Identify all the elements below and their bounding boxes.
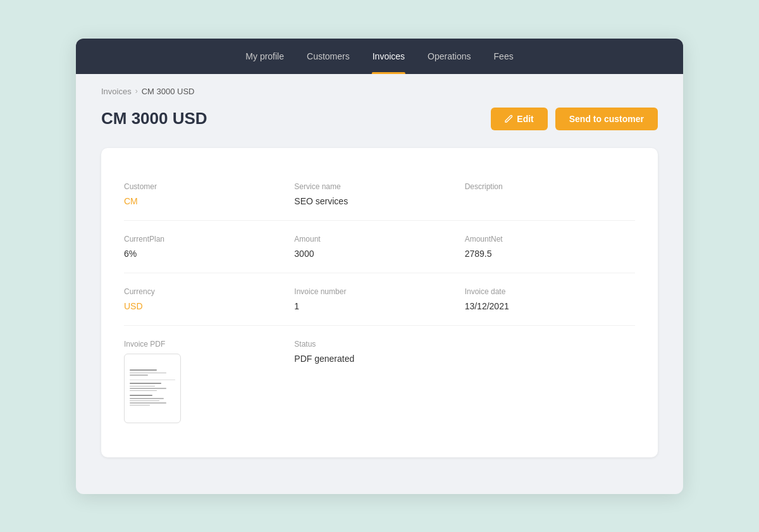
detail-card: CustomerCMService nameSEO servicesDescri… (101, 148, 658, 457)
page-title: CM 3000 USD (101, 109, 207, 128)
navigation: My profileCustomersInvoicesOperationsFee… (76, 39, 683, 74)
field-label-col3-0: Description (465, 182, 622, 191)
field-value-col1-1: 6% (124, 249, 281, 259)
field-label-col2-0: Service name (294, 182, 452, 191)
field-cell-col3-3 (465, 326, 635, 437)
field-cell-col2-2: Invoice number1 (294, 273, 464, 325)
field-cell-col3-1: AmountNet2789.5 (465, 221, 635, 273)
field-label-col3-1: AmountNet (465, 235, 622, 244)
nav-item-operations[interactable]: Operations (416, 39, 482, 74)
breadcrumb-invoices-link[interactable]: Invoices (101, 87, 132, 96)
field-value-col2-1: 3000 (294, 249, 452, 259)
field-value-col2-0: SEO services (294, 196, 452, 206)
field-label-col2-3: Status (294, 340, 452, 349)
field-cell-col1-1: CurrentPlan6% (124, 221, 294, 273)
app-window: My profileCustomersInvoicesOperationsFee… (76, 39, 683, 494)
nav-item-my-profile[interactable]: My profile (234, 39, 295, 74)
field-cell-col2-1: Amount3000 (294, 221, 464, 273)
content-area: Invoices › CM 3000 USD CM 3000 USD Edit … (76, 74, 683, 483)
field-cell-col3-0: Description (465, 168, 635, 220)
field-label-col1-1: CurrentPlan (124, 235, 281, 244)
field-value-col3-1: 2789.5 (465, 249, 622, 259)
field-value-col1-2[interactable]: USD (124, 301, 281, 311)
field-cell-col3-2: Invoice date13/12/2021 (465, 273, 635, 325)
edit-button[interactable]: Edit (491, 108, 547, 130)
field-cell-col1-0: CustomerCM (124, 168, 294, 220)
nav-item-fees[interactable]: Fees (483, 39, 525, 74)
fields-container: CustomerCMService nameSEO servicesDescri… (124, 168, 635, 437)
field-value-col2-2: 1 (294, 301, 452, 311)
field-value-col3-2: 13/12/2021 (465, 301, 622, 311)
field-cell-col2-3: StatusPDF generated (294, 326, 464, 437)
nav-items: My profileCustomersInvoicesOperationsFee… (234, 39, 524, 74)
send-to-customer-button[interactable]: Send to customer (555, 108, 658, 130)
page-header: CM 3000 USD Edit Send to customer (101, 108, 658, 130)
breadcrumb: Invoices › CM 3000 USD (101, 87, 658, 96)
field-cell-col2-0: Service nameSEO services (294, 168, 464, 220)
field-row-3: Invoice PDF (124, 326, 635, 437)
field-value-col2-3: PDF generated (294, 354, 452, 364)
header-actions: Edit Send to customer (491, 108, 658, 130)
field-label-col1-3: Invoice PDF (124, 340, 281, 349)
breadcrumb-separator: › (135, 87, 138, 96)
nav-item-customers[interactable]: Customers (295, 39, 361, 74)
field-label-col1-2: Currency (124, 287, 281, 296)
breadcrumb-current: CM 3000 USD (142, 87, 195, 96)
field-label-col2-2: Invoice number (294, 287, 452, 296)
nav-item-invoices[interactable]: Invoices (361, 39, 416, 74)
field-label-col2-1: Amount (294, 235, 452, 244)
pencil-icon (505, 114, 513, 123)
field-label-col3-2: Invoice date (465, 287, 622, 296)
field-row-2: CurrencyUSDInvoice number1Invoice date13… (124, 273, 635, 326)
pdf-thumbnail[interactable] (124, 354, 181, 423)
field-value-col1-0[interactable]: CM (124, 196, 281, 206)
field-row-0: CustomerCMService nameSEO servicesDescri… (124, 168, 635, 221)
field-cell-col1-3: Invoice PDF (124, 326, 294, 437)
field-label-col1-0: Customer (124, 182, 281, 191)
field-cell-col1-2: CurrencyUSD (124, 273, 294, 325)
field-row-1: CurrentPlan6%Amount3000AmountNet2789.5 (124, 221, 635, 273)
